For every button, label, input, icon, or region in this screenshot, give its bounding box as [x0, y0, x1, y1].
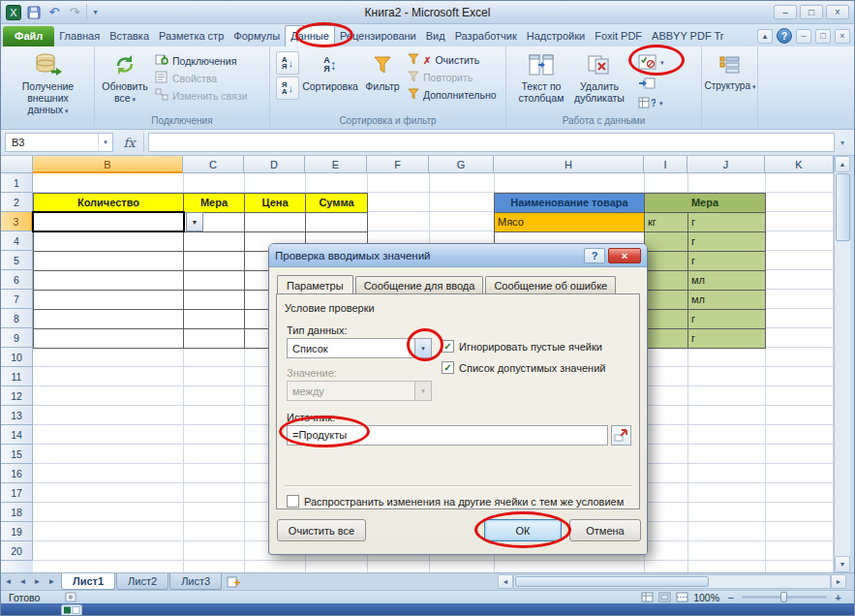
normal-view-button[interactable]: [641, 592, 654, 602]
row-header[interactable]: 18: [1, 503, 33, 522]
ribbon-tab[interactable]: Надстройки: [522, 26, 590, 46]
last-sheet-button[interactable]: ►: [45, 573, 59, 590]
horizontal-scrollbar[interactable]: ◄ ►: [498, 573, 846, 590]
clear-filter-button[interactable]: ✗ Очистить: [408, 53, 479, 67]
row-header[interactable]: 8: [1, 309, 33, 328]
dialog-tab[interactable]: Сообщение об ошибке: [485, 276, 616, 294]
source-input[interactable]: =Продукты: [287, 425, 608, 446]
ignore-blank-checkbox[interactable]: ✓ Игнорировать пустые ячейки: [442, 340, 602, 353]
combo-dropdown-icon[interactable]: ▼: [414, 339, 431, 357]
ribbon-tab[interactable]: Вид: [421, 26, 450, 46]
minimize-button[interactable]: –: [774, 5, 797, 19]
zoom-slider[interactable]: [742, 596, 827, 599]
formula-input[interactable]: [148, 133, 835, 152]
workbook-close-button[interactable]: ×: [835, 29, 850, 44]
sort-descending-button[interactable]: ЯА↓: [276, 77, 299, 100]
select-all-corner[interactable]: [1, 156, 33, 173]
redo-button[interactable]: ↷: [66, 4, 83, 21]
measure-cell[interactable]: [645, 232, 688, 252]
table-header-cell[interactable]: Количество: [34, 194, 184, 213]
measure-cell[interactable]: мл: [688, 271, 766, 291]
help-button[interactable]: ?: [777, 28, 792, 44]
column-header[interactable]: D: [244, 156, 305, 173]
row-header[interactable]: 6: [1, 270, 33, 290]
formula-bar-expand-icon[interactable]: ▾: [835, 139, 850, 147]
row-header[interactable]: 10: [1, 348, 33, 367]
get-external-data-button[interactable]: Получение внешних данных▾: [7, 49, 89, 117]
first-sheet-button[interactable]: ◄: [1, 573, 15, 590]
row-header[interactable]: 19: [1, 522, 33, 541]
sort-ascending-button[interactable]: АЯ↓: [276, 51, 299, 75]
column-header[interactable]: G: [429, 156, 494, 173]
row-header[interactable]: 5: [1, 251, 33, 270]
column-header[interactable]: I: [644, 156, 687, 173]
refresh-all-button[interactable]: Обновить все▾: [99, 49, 151, 106]
column-header[interactable]: C: [183, 156, 244, 173]
measure-cell[interactable]: [645, 252, 688, 271]
ribbon-tab[interactable]: Вставка: [105, 26, 154, 46]
ribbon-tab[interactable]: Главная: [54, 26, 105, 46]
macro-record-button[interactable]: [65, 592, 76, 602]
dialog-title-bar[interactable]: Проверка вводимых значений ? ×: [269, 244, 647, 267]
data-validation-button[interactable]: ▾: [634, 52, 668, 74]
collapse-ribbon-icon[interactable]: ▴: [757, 29, 773, 44]
products-header-cell[interactable]: Наименование товара: [495, 194, 645, 213]
ok-button[interactable]: ОК: [484, 519, 562, 541]
column-header[interactable]: F: [367, 156, 429, 173]
ribbon-tab[interactable]: Формулы: [229, 26, 285, 46]
row-header[interactable]: 17: [1, 483, 33, 503]
ribbon-tab[interactable]: Рецензировани: [335, 26, 421, 46]
ribbon-tab[interactable]: Foxit PDF: [590, 26, 647, 46]
vertical-scrollbar[interactable]: ▲ ▼: [834, 156, 850, 572]
edit-links-button[interactable]: Изменить связи: [155, 88, 247, 103]
remove-duplicates-button[interactable]: Удалить дубликаты: [570, 49, 628, 104]
table-header-cell[interactable]: Сумма: [306, 194, 368, 213]
tab-file[interactable]: Файл: [3, 26, 54, 46]
sheet-tab[interactable]: Лист1: [61, 573, 115, 590]
row-header[interactable]: 13: [1, 406, 33, 425]
advanced-filter-button[interactable]: Дополнительно: [408, 88, 497, 102]
measure-cell[interactable]: [645, 291, 688, 310]
collapse-dialog-button[interactable]: [611, 425, 631, 446]
outline-button[interactable]: Структура▾: [706, 49, 754, 93]
measure-header-cell[interactable]: Мера: [645, 194, 766, 213]
measure-cell[interactable]: [645, 329, 688, 349]
cancel-button[interactable]: Отмена: [569, 519, 641, 541]
row-header[interactable]: 1: [1, 173, 33, 193]
text-to-columns-button[interactable]: Текст по столбцам: [514, 49, 568, 104]
row-header[interactable]: 12: [1, 386, 33, 406]
selected-cell-b3[interactable]: [32, 211, 185, 232]
dialog-tab[interactable]: Сообщение для ввода: [355, 276, 484, 294]
zoom-in-button[interactable]: +: [832, 592, 844, 603]
ribbon-tab[interactable]: Данные: [285, 25, 335, 46]
dialog-close-button[interactable]: ×: [608, 248, 641, 263]
undo-button[interactable]: ↶: [46, 4, 63, 21]
workbook-restore-button[interactable]: □: [815, 29, 831, 44]
table-header-cell[interactable]: Мера: [184, 194, 245, 213]
workbook-minimize-button[interactable]: –: [796, 29, 811, 44]
scroll-up-icon[interactable]: ▲: [835, 156, 850, 172]
vertical-scroll-thumb[interactable]: [836, 173, 850, 241]
insert-sheet-button[interactable]: [223, 573, 244, 590]
measure-cell[interactable]: [645, 271, 688, 291]
row-header[interactable]: 4: [1, 231, 33, 251]
in-cell-dropdown-button[interactable]: ▼: [186, 212, 203, 231]
row-header[interactable]: 11: [1, 367, 33, 386]
scroll-left-icon[interactable]: ◄: [498, 574, 513, 589]
connections-button[interactable]: Подключения: [155, 53, 236, 68]
column-header[interactable]: K: [765, 156, 834, 173]
insert-function-button[interactable]: fx: [115, 133, 144, 152]
measure-cell[interactable]: г: [688, 252, 766, 271]
column-header[interactable]: J: [687, 156, 765, 173]
table-header-cell[interactable]: Цена: [245, 194, 306, 213]
row-header[interactable]: 7: [1, 290, 33, 309]
page-layout-view-button[interactable]: [658, 592, 671, 602]
dialog-tab[interactable]: Параметры: [277, 275, 353, 295]
row-header[interactable]: 9: [1, 328, 33, 348]
dialog-help-button[interactable]: ?: [584, 248, 605, 263]
apply-to-all-checkbox[interactable]: Распространить изменения на другие ячейк…: [287, 495, 624, 508]
excel-app-icon[interactable]: X: [5, 4, 22, 21]
zoom-level[interactable]: 100%: [693, 592, 719, 603]
measure-cell[interactable]: г: [688, 310, 766, 329]
reapply-filter-button[interactable]: Повторить: [408, 71, 473, 84]
